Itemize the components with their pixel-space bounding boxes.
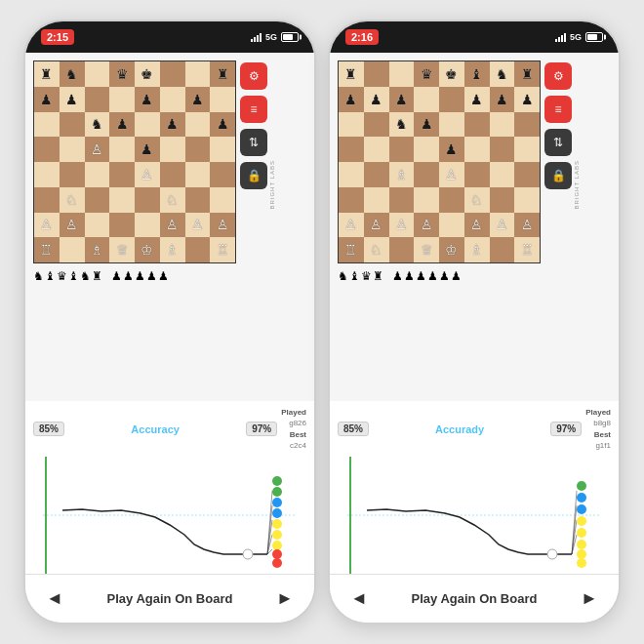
cell-r0c3[interactable]: ♛	[109, 61, 135, 87]
chess-board-left[interactable]: ♜♞♛♚♜♟♟♟♟♞♟♟♟♙♟♙♘♘♙♙♙♙♙♖♗♕♔♗♖	[33, 60, 236, 263]
cell-r7c7[interactable]: ♖	[514, 237, 540, 262]
cell-r0c5[interactable]	[160, 61, 185, 87]
settings-button[interactable]: ⚙	[240, 62, 267, 90]
cell-r3c2[interactable]: ♙	[85, 137, 110, 162]
cell-r4c4[interactable]: ♙	[135, 162, 160, 187]
cell-r6c0[interactable]: ♙	[339, 213, 364, 238]
cell-r6c0[interactable]: ♙	[34, 213, 60, 238]
cell-r0c7[interactable]: ♜	[210, 61, 235, 87]
cell-r5c3[interactable]	[414, 187, 439, 213]
back-arrow-right[interactable]: ◄	[345, 585, 373, 613]
cell-r4c0[interactable]	[339, 162, 364, 187]
chess-board-right[interactable]: ♜♛♚♝♞♜♟♟♟♟♟♟♞♟♟♗♙♘♙♙♙♙♙♙♙♖♘♕♔♗♖	[338, 60, 541, 263]
cell-r7c4[interactable]: ♔	[135, 237, 160, 262]
cell-r3c7[interactable]	[514, 137, 540, 162]
cell-r1c2[interactable]: ♟	[389, 87, 415, 112]
forward-arrow-left[interactable]: ►	[271, 585, 299, 613]
cell-r2c0[interactable]	[339, 112, 364, 138]
cell-r6c3[interactable]: ♙	[414, 213, 439, 238]
cell-r2c2[interactable]: ♞	[389, 112, 415, 138]
cell-r4c3[interactable]	[109, 162, 135, 187]
cell-r4c2[interactable]: ♗	[389, 162, 415, 187]
cell-r6c5[interactable]: ♙	[160, 213, 185, 238]
cell-r6c4[interactable]	[439, 213, 464, 238]
menu-button-right[interactable]: ≡	[544, 96, 572, 123]
cell-r5c2[interactable]	[389, 187, 415, 213]
cell-r0c0[interactable]: ♜	[34, 61, 60, 87]
cell-r2c3[interactable]: ♟	[109, 112, 135, 138]
cell-r3c6[interactable]	[490, 137, 515, 162]
cell-r0c0[interactable]: ♜	[339, 61, 364, 87]
cell-r3c4[interactable]: ♟	[135, 137, 160, 162]
cell-r1c6[interactable]: ♟	[490, 87, 515, 112]
cell-r5c7[interactable]	[514, 187, 540, 213]
cell-r0c7[interactable]: ♜	[514, 61, 540, 87]
cell-r2c5[interactable]	[464, 112, 490, 138]
cell-r0c4[interactable]: ♚	[135, 61, 160, 87]
cell-r3c3[interactable]	[109, 137, 135, 162]
cell-r5c5[interactable]: ♘	[464, 187, 490, 213]
cell-r7c6[interactable]	[185, 237, 211, 262]
cell-r5c6[interactable]	[490, 187, 515, 213]
cell-r3c5[interactable]	[464, 137, 490, 162]
cell-r5c6[interactable]	[185, 187, 211, 213]
flip-button-right[interactable]: ⇅	[544, 129, 572, 156]
play-again-button-left[interactable]: Play Again On Board	[107, 591, 233, 606]
cell-r2c6[interactable]	[490, 112, 515, 138]
cell-r5c4[interactable]	[135, 187, 160, 213]
cell-r2c2[interactable]: ♞	[85, 112, 110, 138]
cell-r0c5[interactable]: ♝	[464, 61, 490, 87]
cell-r1c1[interactable]: ♟	[364, 87, 389, 112]
cell-r7c3[interactable]: ♕	[414, 237, 439, 262]
cell-r7c5[interactable]: ♗	[464, 237, 490, 262]
cell-r6c6[interactable]: ♙	[185, 213, 211, 238]
cell-r7c4[interactable]: ♔	[439, 237, 464, 262]
cell-r2c4[interactable]	[439, 112, 464, 138]
cell-r6c7[interactable]: ♙	[514, 213, 540, 238]
cell-r7c7[interactable]: ♖	[210, 237, 235, 262]
cell-r1c2[interactable]	[85, 87, 110, 112]
cell-r3c7[interactable]	[210, 137, 235, 162]
cell-r5c1[interactable]: ♘	[60, 187, 85, 213]
cell-r3c0[interactable]	[339, 137, 364, 162]
cell-r7c2[interactable]	[389, 237, 415, 262]
cell-r2c6[interactable]	[185, 112, 211, 138]
cell-r5c7[interactable]	[210, 187, 235, 213]
cell-r1c7[interactable]: ♟	[514, 87, 540, 112]
cell-r7c5[interactable]: ♗	[160, 237, 185, 262]
cell-r4c7[interactable]	[514, 162, 540, 187]
cell-r4c6[interactable]	[185, 162, 211, 187]
cell-r4c1[interactable]	[364, 162, 389, 187]
settings-button-right[interactable]: ⚙	[544, 62, 572, 90]
cell-r6c1[interactable]: ♙	[364, 213, 389, 238]
cell-r4c4[interactable]: ♙	[439, 162, 464, 187]
cell-r7c3[interactable]: ♕	[109, 237, 135, 262]
back-arrow-left[interactable]: ◄	[41, 585, 68, 613]
cell-r1c4[interactable]	[439, 87, 464, 112]
cell-r6c3[interactable]	[109, 213, 135, 238]
cell-r6c1[interactable]: ♙	[60, 213, 85, 238]
cell-r2c0[interactable]	[34, 112, 60, 138]
cell-r6c4[interactable]	[135, 213, 160, 238]
cell-r2c3[interactable]: ♟	[414, 112, 439, 138]
cell-r0c3[interactable]: ♛	[414, 61, 439, 87]
cell-r4c5[interactable]	[464, 162, 490, 187]
lock-button-right[interactable]: 🔒	[544, 162, 572, 189]
cell-r0c2[interactable]	[85, 61, 110, 87]
cell-r3c0[interactable]	[34, 137, 60, 162]
cell-r1c0[interactable]: ♟	[34, 87, 60, 112]
cell-r3c3[interactable]	[414, 137, 439, 162]
cell-r7c2[interactable]: ♗	[85, 237, 110, 262]
cell-r3c4[interactable]: ♟	[439, 137, 464, 162]
cell-r7c6[interactable]	[490, 237, 515, 262]
cell-r6c7[interactable]: ♙	[210, 213, 235, 238]
cell-r7c1[interactable]: ♘	[364, 237, 389, 262]
cell-r4c5[interactable]	[160, 162, 185, 187]
cell-r0c1[interactable]	[364, 61, 389, 87]
lock-button[interactable]: 🔒	[240, 162, 267, 189]
cell-r1c5[interactable]	[160, 87, 185, 112]
cell-r2c1[interactable]	[60, 112, 85, 138]
cell-r1c3[interactable]	[109, 87, 135, 112]
cell-r5c1[interactable]	[364, 187, 389, 213]
cell-r5c0[interactable]	[339, 187, 364, 213]
